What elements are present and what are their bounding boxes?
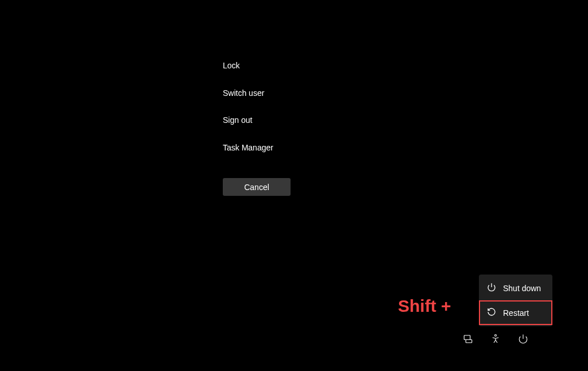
accessibility-button[interactable] xyxy=(490,335,501,345)
power-icon xyxy=(487,283,496,293)
lock-option[interactable]: Lock xyxy=(223,60,273,72)
power-button[interactable] xyxy=(518,335,528,345)
power-icon xyxy=(518,334,528,346)
bottom-icon-bar xyxy=(463,335,528,345)
switch-user-option[interactable]: Switch user xyxy=(223,88,273,99)
task-manager-option[interactable]: Task Manager xyxy=(223,142,273,154)
shutdown-option[interactable]: Shut down xyxy=(479,276,552,300)
svg-rect-2 xyxy=(466,340,472,343)
shutdown-label: Shut down xyxy=(503,284,541,293)
power-menu-popup: Shut down Restart xyxy=(479,275,552,326)
svg-point-3 xyxy=(495,335,497,337)
security-options-menu: Lock Switch user Sign out Task Manager xyxy=(223,60,273,153)
restart-option[interactable]: Restart xyxy=(479,300,552,325)
svg-rect-1 xyxy=(464,335,470,340)
cancel-button[interactable]: Cancel xyxy=(223,178,291,196)
sign-out-option[interactable]: Sign out xyxy=(223,115,273,126)
restart-label: Restart xyxy=(503,308,529,318)
network-icon xyxy=(463,334,473,346)
restart-icon xyxy=(487,307,496,318)
network-button[interactable] xyxy=(463,335,473,345)
annotation-shift-plus: Shift + xyxy=(398,296,451,316)
accessibility-icon xyxy=(490,334,501,346)
